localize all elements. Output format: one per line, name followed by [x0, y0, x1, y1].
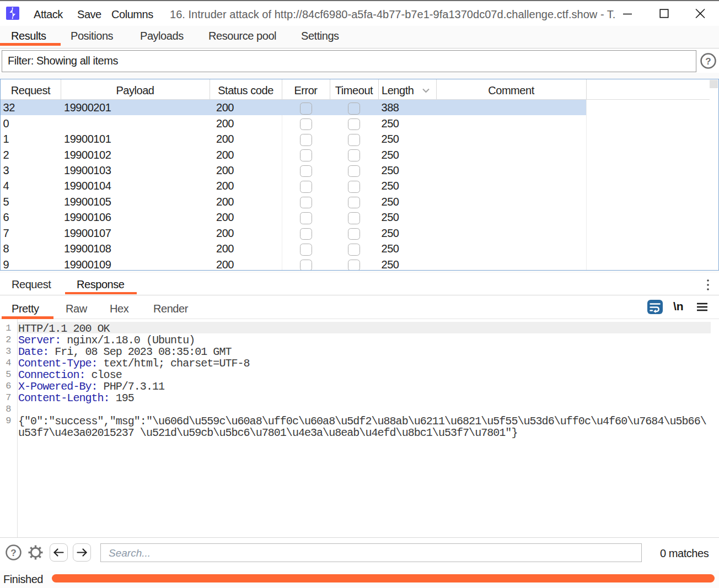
svg-text:?: ? [10, 548, 16, 558]
svg-text:?: ? [705, 56, 711, 66]
